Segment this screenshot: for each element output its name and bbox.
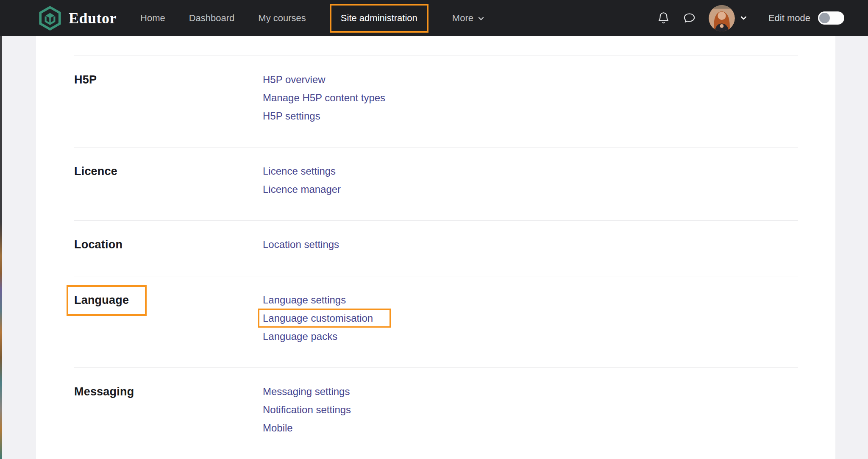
edit-mode-control: Edit mode bbox=[768, 11, 844, 25]
section-heading-licence: Licence bbox=[74, 162, 263, 198]
settings-section-messaging: Messaging Messaging settingsNotification… bbox=[74, 367, 798, 459]
site-administration-page: H5P H5P overviewManage H5P content types… bbox=[36, 36, 835, 459]
settings-link-licence-settings[interactable]: Licence settings bbox=[263, 162, 336, 180]
nav-item-more[interactable]: More bbox=[452, 13, 484, 24]
messages-chat-icon[interactable] bbox=[683, 11, 696, 25]
nav-item-label: Home bbox=[140, 13, 165, 24]
settings-link-h5p-overview[interactable]: H5P overview bbox=[263, 70, 326, 89]
nav-item-site-administration[interactable]: Site administration bbox=[341, 13, 417, 24]
nav-item-label: More bbox=[452, 13, 473, 24]
primary-nav: HomeDashboardMy coursesSite administrati… bbox=[140, 13, 484, 24]
section-heading-location: Location bbox=[74, 235, 263, 254]
nav-item-home[interactable]: Home bbox=[140, 13, 165, 24]
settings-link-language-packs[interactable]: Language packs bbox=[263, 327, 337, 345]
notifications-bell-icon[interactable] bbox=[657, 11, 670, 25]
top-navbar: Edutor HomeDashboardMy coursesSite admin… bbox=[0, 0, 868, 36]
settings-link-manage-h5p-content-types[interactable]: Manage H5P content types bbox=[263, 89, 385, 107]
nav-item-my-courses[interactable]: My courses bbox=[258, 13, 306, 24]
settings-link-h5p-settings[interactable]: H5P settings bbox=[263, 107, 320, 125]
section-links: Messaging settingsNotification settingsM… bbox=[263, 382, 798, 437]
section-links: Language settingsLanguage customisationL… bbox=[263, 291, 798, 345]
brand[interactable]: Edutor bbox=[38, 6, 117, 31]
settings-link-licence-manager[interactable]: Licence manager bbox=[263, 180, 341, 198]
settings-section-language: Language Language settingsLanguage custo… bbox=[74, 276, 798, 367]
settings-link-notification-settings[interactable]: Notification settings bbox=[263, 401, 351, 419]
settings-link-language-settings[interactable]: Language settings bbox=[263, 291, 346, 309]
nav-item-label: Dashboard bbox=[189, 13, 235, 24]
section-links: Location settings bbox=[263, 235, 798, 254]
settings-section-h5p: H5P H5P overviewManage H5P content types… bbox=[74, 56, 798, 147]
section-heading-h5p: H5P bbox=[74, 70, 263, 125]
section-heading-text: Licence bbox=[74, 162, 117, 181]
user-avatar[interactable] bbox=[709, 5, 735, 31]
brand-name: Edutor bbox=[69, 9, 117, 27]
section-heading-text: Messaging bbox=[74, 382, 134, 401]
nav-item-label: My courses bbox=[258, 13, 306, 24]
nav-item-label: Site administration bbox=[341, 13, 417, 24]
section-heading-messaging: Messaging bbox=[74, 382, 263, 437]
nav-item-dashboard[interactable]: Dashboard bbox=[189, 13, 235, 24]
settings-section-location: Location Location settings bbox=[74, 220, 798, 276]
edutor-logo-icon bbox=[38, 6, 62, 31]
settings-link-language-customisation[interactable]: Language customisation bbox=[263, 309, 373, 327]
navbar-right-cluster: Edit mode bbox=[657, 5, 844, 31]
section-heading-text: Location bbox=[74, 235, 122, 254]
edit-mode-toggle[interactable] bbox=[818, 11, 844, 25]
section-heading-language: Language bbox=[74, 291, 263, 345]
chevron-down-icon bbox=[478, 15, 484, 22]
settings-link-messaging-settings[interactable]: Messaging settings bbox=[263, 382, 350, 401]
section-heading-text: H5P bbox=[74, 70, 97, 89]
settings-link-mobile[interactable]: Mobile bbox=[263, 419, 293, 437]
user-menu-chevron-down-icon[interactable] bbox=[740, 14, 747, 22]
section-links: H5P overviewManage H5P content typesH5P … bbox=[263, 70, 798, 125]
edit-mode-label: Edit mode bbox=[768, 13, 810, 24]
settings-section-licence: Licence Licence settingsLicence manager bbox=[74, 147, 798, 220]
settings-link-location-settings[interactable]: Location settings bbox=[263, 235, 339, 253]
window-edge-artifact bbox=[0, 36, 2, 459]
section-heading-text: Language bbox=[74, 291, 129, 309]
settings-sections-list: H5P H5P overviewManage H5P content types… bbox=[36, 36, 835, 459]
section-links: Licence settingsLicence manager bbox=[263, 162, 798, 198]
toggle-knob bbox=[819, 13, 830, 23]
